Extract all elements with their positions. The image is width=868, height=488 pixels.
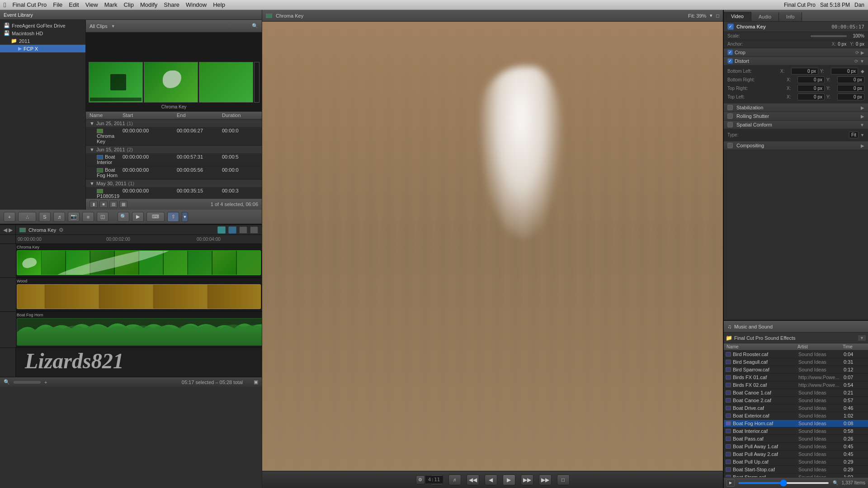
view-btn-4[interactable]: ▩ xyxy=(119,201,127,208)
section-spatial-header[interactable]: Spatial Conform ▼ xyxy=(724,121,868,129)
timeline-btn-1[interactable] xyxy=(217,226,226,234)
tool-btn-snap[interactable]: ⛬ xyxy=(18,212,36,222)
sound-row-boat-pull-away2[interactable]: Boat Pull Away 2.caf Sound Ideas 0:45 xyxy=(724,450,868,458)
tab-video[interactable]: Video xyxy=(724,12,751,21)
timeline-btn-4[interactable] xyxy=(250,226,258,234)
crop-expand-icon[interactable]: ▶ xyxy=(861,50,864,55)
tool-btn-add[interactable]: + xyxy=(4,212,15,222)
filter-dropdown-icon[interactable]: ▼ xyxy=(111,24,115,28)
section-stabilization-header[interactable]: Stabilization ▶ xyxy=(724,103,868,112)
apple-menu[interactable]:  xyxy=(4,1,6,9)
select-dropdown-btn[interactable]: ▼ xyxy=(182,212,188,222)
zoom-slider[interactable] xyxy=(14,381,41,384)
tool-btn-search[interactable]: 🔍 xyxy=(118,212,129,222)
group-header-jun25[interactable]: ▼ Jun 25, 2011 (1) xyxy=(86,119,262,127)
nav-fwd-btn[interactable]: ▶ xyxy=(9,227,13,233)
enable-checkbox[interactable]: ✓ xyxy=(727,23,734,30)
spatial-type-dropdown[interactable]: ▼ xyxy=(860,133,864,137)
wood-track-row[interactable]: Wood xyxy=(16,278,262,312)
sound-row-boat-canoe1[interactable]: Boat Canoe 1.caf Sound Ideas 0:21 xyxy=(724,389,868,397)
distort-enable-checkbox[interactable]: ✓ xyxy=(727,58,733,64)
sound-row-boat-pull-away1[interactable]: Boat Pull Away 1.caf Sound Ideas 0:45 xyxy=(724,443,868,450)
sound-progress-slider[interactable] xyxy=(738,482,829,484)
clip-row-p1080519[interactable]: P1080519 00:00:00:00 00:00:35:15 00:00:3 xyxy=(86,187,262,199)
group-header-may30[interactable]: ▼ May 30, 2011 (1) xyxy=(86,179,262,187)
br-y-value[interactable]: 0 px xyxy=(837,76,864,83)
transport-prev[interactable]: ◀◀ xyxy=(467,474,479,485)
tool-btn-audio[interactable]: ♬ xyxy=(53,212,65,222)
sound-row-boat-drive[interactable]: Boat Drive.caf Sound Ideas 0:46 xyxy=(724,404,868,412)
menu-file[interactable]: File xyxy=(53,1,62,8)
sidebar-item-fcpx[interactable]: ▶ FCP X xyxy=(0,45,85,52)
tab-audio[interactable]: Audio xyxy=(751,12,779,21)
tr-x-value[interactable]: 0 px xyxy=(797,85,825,92)
sound-row-bird-sparrow[interactable]: Bird Sparrow.caf Sound Ideas 0:12 xyxy=(724,366,868,374)
menu-help[interactable]: Help xyxy=(213,1,225,8)
section-distort-header[interactable]: ✓ Distort ⟳ ▼ xyxy=(724,57,868,65)
compositing-enable-checkbox[interactable] xyxy=(727,143,733,148)
tool-btn-solo[interactable]: 📷 xyxy=(68,212,80,222)
tool-btn-select[interactable]: ⇧ xyxy=(167,212,179,222)
sound-row-boat-pull-up[interactable]: Boat Pull Up.caf Sound Ideas 0:29 xyxy=(724,458,868,466)
br-x-value[interactable]: 0 px xyxy=(797,76,825,83)
transport-audio[interactable]: ♬ xyxy=(448,474,461,485)
sound-row-boat-pass[interactable]: Boat Pass.caf Sound Ideas 0:26 xyxy=(724,435,868,443)
transport-back[interactable]: ◀ xyxy=(485,474,497,485)
rolling-expand-icon[interactable]: ▶ xyxy=(861,114,864,119)
section-crop-header[interactable]: ✓ Crop ⟳ ▶ xyxy=(724,48,868,56)
stab-enable-checkbox[interactable] xyxy=(727,105,733,110)
tool-btn-blade[interactable]: ⌨ xyxy=(146,212,165,222)
menu-window[interactable]: Window xyxy=(186,1,207,8)
sound-play-btn[interactable]: ▶ xyxy=(726,479,735,487)
clip-row-boat-fog-horn[interactable]: Boat Fog Horn 00:00:00:00 00:00:05:56 00… xyxy=(86,166,262,179)
sound-search-icon[interactable]: 🔍 xyxy=(833,480,838,485)
menu-share[interactable]: Share xyxy=(164,1,179,8)
transport-next[interactable]: ▶▶ xyxy=(539,474,552,485)
crop-reset-icon[interactable]: ⟳ xyxy=(855,50,859,55)
transport-play[interactable]: ▶ xyxy=(503,474,515,485)
search-icon[interactable]: 🔍 xyxy=(252,23,258,29)
tab-info[interactable]: Info xyxy=(779,12,802,21)
compositing-expand-icon[interactable]: ▶ xyxy=(861,143,864,148)
menu-app[interactable]: Final Cut Pro xyxy=(12,1,47,8)
sound-row-boat-interior[interactable]: Boat Interior.caf Sound Ideas 0:58 xyxy=(724,427,868,435)
zoom-down-btn[interactable]: ▾ xyxy=(710,13,712,19)
menu-view[interactable]: View xyxy=(85,1,98,8)
tool-btn-transform[interactable]: ▶ xyxy=(132,212,144,222)
group-header-jun15[interactable]: ▼ Jun 15, 2011 (2) xyxy=(86,145,262,153)
section-rolling-header[interactable]: Rolling Shutter ▶ xyxy=(724,112,868,120)
tl-y-value[interactable]: 0 px xyxy=(837,94,864,100)
sound-row-boat-canoe2[interactable]: Boat Canoe 2.caf Sound Ideas 0:57 xyxy=(724,397,868,404)
section-compositing-header[interactable]: Compositing ▶ xyxy=(724,141,868,150)
menu-modify[interactable]: Modify xyxy=(140,1,157,8)
bl-keyframe-btn[interactable]: ◆ xyxy=(861,69,864,74)
scale-slider[interactable] xyxy=(811,35,847,37)
sound-row-boat-exterior[interactable]: Boat Exterior.caf Sound Ideas 1:02 xyxy=(724,412,868,420)
nav-back-btn[interactable]: ◀ xyxy=(3,227,7,233)
tl-x-value[interactable]: 0 px xyxy=(797,94,825,100)
sound-row-boat-start-stop[interactable]: Boat Start-Stop.caf Sound Ideas 0:29 xyxy=(724,466,868,474)
zoom-in-icon[interactable]: + xyxy=(44,380,47,385)
audio-track-row[interactable]: Boat Fog Horn xyxy=(16,312,262,348)
timeline-btn-2[interactable] xyxy=(228,226,236,234)
sidebar-item-macintosh[interactable]: 💾 Macintosh HD xyxy=(0,29,85,37)
menu-mark[interactable]: Mark xyxy=(104,1,118,8)
spatial-type-value[interactable]: Fit xyxy=(849,131,859,138)
sidebar-item-freeagent[interactable]: 💾 FreeAgent GoFlex Drive xyxy=(0,22,85,29)
distort-expand-icon[interactable]: ▼ xyxy=(860,59,864,64)
transport-fullscreen[interactable]: □ xyxy=(557,474,570,485)
tool-btn-grid[interactable]: ◫ xyxy=(97,212,108,222)
bl-y-value[interactable]: 0 px xyxy=(831,68,858,75)
view-btn-3[interactable]: ▨ xyxy=(109,201,118,208)
sidebar-item-2011[interactable]: 📁 2011 xyxy=(0,37,85,45)
sound-row-bird-rooster[interactable]: Bird Rooster.caf Sound Ideas 0:04 xyxy=(724,351,868,358)
zoom-controls[interactable]: □ xyxy=(716,13,719,19)
spatial-enable-checkbox[interactable] xyxy=(727,122,733,127)
stab-expand-icon[interactable]: ▶ xyxy=(861,105,864,110)
distort-reset-icon[interactable]: ⟳ xyxy=(854,59,858,64)
sound-row-birds-fx02[interactable]: Birds FX 02.caf http://www.Powe... 0:54 xyxy=(724,381,868,389)
timeline-btn-3[interactable] xyxy=(239,226,247,234)
sound-row-birds-fx01[interactable]: Birds FX 01.caf http://www.Powe... 0:07 xyxy=(724,374,868,381)
spatial-expand-icon[interactable]: ▼ xyxy=(860,122,864,127)
sound-row-boat-storm[interactable]: Boat Storm.caf Sound Ideas 1:02 xyxy=(724,474,868,477)
